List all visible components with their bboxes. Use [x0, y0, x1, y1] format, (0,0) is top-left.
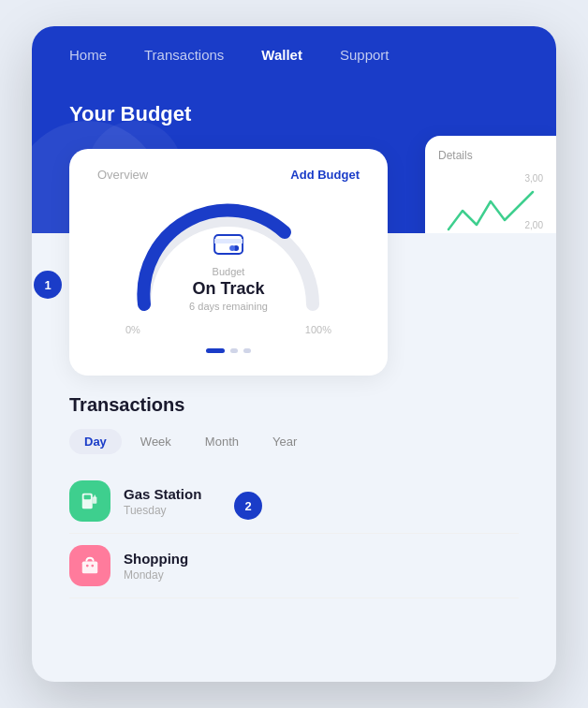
gauge-icon [189, 230, 268, 262]
gauge-days: 6 days remaining [189, 301, 268, 312]
svg-rect-1 [214, 239, 243, 243]
gauge-container: Budget On Track 6 days remaining 0% 100% [97, 197, 360, 353]
overview-label: Overview [97, 168, 148, 182]
gauge-pct-labels: 0% 100% [125, 324, 331, 335]
gauge-center: Budget On Track 6 days remaining [189, 230, 268, 312]
svg-rect-7 [95, 495, 96, 499]
shopping-date: Monday [124, 568, 188, 582]
svg-point-9 [86, 565, 89, 568]
svg-rect-0 [214, 235, 243, 254]
dot-1[interactable] [206, 348, 225, 353]
svg-point-3 [229, 245, 235, 251]
svg-rect-8 [82, 561, 98, 573]
gas-station-name: Gas Station [124, 486, 201, 502]
dot-2[interactable] [230, 348, 238, 353]
nav-support[interactable]: Support [340, 47, 390, 63]
gauge-label-text: Budget [189, 266, 268, 277]
svg-rect-5 [84, 495, 91, 500]
tab-day[interactable]: Day [69, 429, 122, 454]
svg-point-10 [91, 565, 94, 568]
tab-week[interactable]: Week [125, 429, 186, 454]
nav-transactions[interactable]: Transactions [144, 47, 224, 63]
shopping-icon [69, 545, 110, 586]
step-badge-2: 2 [234, 492, 262, 520]
budget-section-title: Your Budget [69, 102, 519, 126]
tab-bar: Day Week Month Year [69, 429, 519, 454]
content-wrapper: 1 Overview Add Budget [32, 149, 556, 598]
transaction-list: Gas Station Tuesday [69, 469, 519, 598]
transactions-section: Transactions Day Week Month Year [32, 394, 556, 598]
shopping-info: Shopping Monday [124, 551, 188, 582]
transaction-item-gas[interactable]: Gas Station Tuesday [69, 469, 519, 534]
nav-wallet[interactable]: Wallet [261, 47, 302, 63]
gauge-pct-left: 0% [125, 324, 140, 335]
tab-year[interactable]: Year [257, 429, 312, 454]
tab-month[interactable]: Month [190, 429, 254, 454]
gas-station-info: Gas Station Tuesday [124, 486, 201, 517]
transaction-item-shopping[interactable]: Shopping Monday [69, 534, 519, 598]
shopping-name: Shopping [124, 551, 188, 567]
add-budget-button[interactable]: Add Budget [290, 168, 360, 182]
gas-icon [69, 480, 110, 522]
gauge-svg-wrap: Budget On Track 6 days remaining [125, 197, 331, 318]
budget-card-header: Overview Add Budget [97, 168, 360, 182]
budget-card: Overview Add Budget [69, 149, 388, 376]
nav-home[interactable]: Home [69, 47, 107, 63]
pagination-dots [206, 348, 251, 353]
dot-3[interactable] [243, 348, 251, 353]
gauge-status: On Track [189, 279, 268, 299]
step-badge-1: 1 [34, 271, 62, 299]
gas-station-date: Tuesday [124, 504, 201, 517]
budget-card-wrapper: Overview Add Budget [32, 149, 556, 376]
nav-bar: Home Transactions Wallet Support [32, 26, 556, 83]
gauge-pct-right: 100% [305, 324, 331, 335]
transactions-title: Transactions [69, 394, 519, 416]
